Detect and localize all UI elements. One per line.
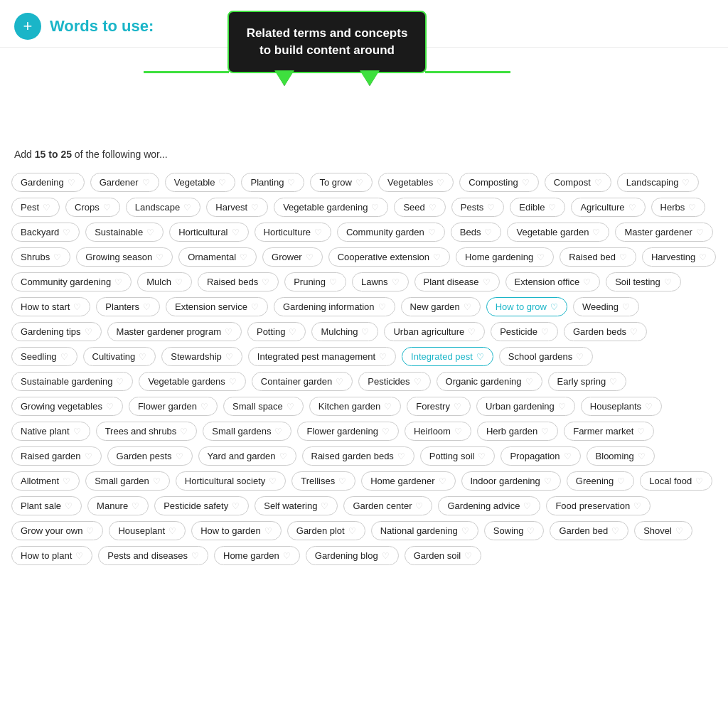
tag-item[interactable]: Gardening tips♡ xyxy=(11,322,102,341)
tag-item[interactable]: National gardening♡ xyxy=(371,521,478,540)
tag-item[interactable]: Garden pests♡ xyxy=(107,446,193,466)
tag-item[interactable]: Weeding♡ xyxy=(573,297,639,316)
tag-item[interactable]: How to start♡ xyxy=(11,297,90,316)
tag-item[interactable]: Garden bed♡ xyxy=(550,521,628,540)
tag-item[interactable]: Lawns♡ xyxy=(352,272,409,291)
tag-item[interactable]: Harvesting♡ xyxy=(642,247,716,267)
tag-item[interactable]: Small garden♡ xyxy=(85,471,170,491)
tag-item[interactable]: Edible♡ xyxy=(510,198,565,217)
tag-item[interactable]: Pest♡ xyxy=(11,198,60,217)
tag-item[interactable]: Pests and diseases♡ xyxy=(98,546,208,565)
tag-item[interactable]: Vegetables♡ xyxy=(378,173,454,192)
tag-item[interactable]: Seed♡ xyxy=(394,198,445,217)
tag-item[interactable]: Organic gardening♡ xyxy=(437,372,542,391)
tag-item[interactable]: Raised garden♡ xyxy=(11,446,102,466)
tag-item[interactable]: Raised bed♡ xyxy=(560,247,636,267)
tag-item[interactable]: Herb garden♡ xyxy=(477,422,558,441)
tag-item[interactable]: Pruning♡ xyxy=(284,272,346,291)
tag-item[interactable]: Blooming♡ xyxy=(587,446,655,466)
tag-item[interactable]: Potting soil♡ xyxy=(420,446,496,466)
tag-item[interactable]: Raised beds♡ xyxy=(198,272,279,291)
tag-item[interactable]: Gardening information♡ xyxy=(274,297,395,316)
tag-item[interactable]: Soil testing♡ xyxy=(606,272,681,291)
tag-item[interactable]: Allotment♡ xyxy=(11,471,80,491)
tag-item[interactable]: Seedling♡ xyxy=(11,347,77,366)
tag-item[interactable]: Pests♡ xyxy=(451,198,505,217)
tag-item[interactable]: Mulching♡ xyxy=(311,322,378,341)
tag-item[interactable]: Gardening♡ xyxy=(11,173,85,192)
tag-item[interactable]: Raised garden beds♡ xyxy=(302,446,414,466)
tag-item[interactable]: Sustainable gardening♡ xyxy=(11,372,133,391)
tag-item[interactable]: Vegetable gardens♡ xyxy=(139,372,245,391)
tag-item[interactable]: Compost♡ xyxy=(545,173,611,192)
tag-item[interactable]: Community garden♡ xyxy=(337,223,445,242)
tag-item[interactable]: Manure♡ xyxy=(87,496,149,515)
tag-item[interactable]: Mulch♡ xyxy=(137,272,192,291)
tag-item[interactable]: Urban gardening♡ xyxy=(476,397,575,416)
tag-item[interactable]: Plant disease♡ xyxy=(414,272,500,291)
tag-item[interactable]: Extension service♡ xyxy=(166,297,268,316)
tag-item[interactable]: Horticultural society♡ xyxy=(176,471,286,491)
tag-item[interactable]: Planting♡ xyxy=(241,173,304,192)
tag-item[interactable]: Garden plot♡ xyxy=(287,521,365,540)
tag-item[interactable]: Flower gardening♡ xyxy=(297,422,398,441)
tag-item[interactable]: Forestry♡ xyxy=(407,397,471,416)
tag-item[interactable]: Garden center♡ xyxy=(343,496,432,515)
tag-item[interactable]: Master gardener♡ xyxy=(615,223,712,242)
tag-item[interactable]: Planters♡ xyxy=(96,297,160,316)
tag-item[interactable]: Community gardening♡ xyxy=(11,272,132,291)
tag-item[interactable]: Growing vegetables♡ xyxy=(11,397,123,416)
plus-button[interactable]: + xyxy=(14,13,41,40)
tag-item[interactable]: Integrated pest management♡ xyxy=(248,347,396,366)
tag-item[interactable]: Stewardship♡ xyxy=(161,347,242,366)
tag-item[interactable]: Trees and shrubs♡ xyxy=(96,422,198,441)
tag-item[interactable]: Master gardener program♡ xyxy=(107,322,242,341)
tag-item[interactable]: Early spring♡ xyxy=(548,372,627,391)
tag-item[interactable]: Harvest♡ xyxy=(206,198,268,217)
tag-item[interactable]: Flower garden♡ xyxy=(129,397,218,416)
tag-item[interactable]: Agriculture♡ xyxy=(571,198,645,217)
tag-item[interactable]: Herbs♡ xyxy=(651,198,706,217)
tag-item[interactable]: Yard and garden♡ xyxy=(198,446,296,466)
tag-item[interactable]: Kitchen garden♡ xyxy=(309,397,401,416)
tag-item[interactable]: Extension office♡ xyxy=(505,272,601,291)
tag-item[interactable]: Local food♡ xyxy=(640,471,712,491)
tag-item[interactable]: Horticulture♡ xyxy=(255,223,331,242)
tag-item[interactable]: Greening♡ xyxy=(567,471,634,491)
tag-item[interactable]: How to garden♡ xyxy=(191,521,282,540)
tag-item[interactable]: Beds♡ xyxy=(451,223,502,242)
tag-item[interactable]: How to plant♡ xyxy=(11,546,92,565)
tag-item[interactable]: Sowing♡ xyxy=(484,521,545,540)
tag-item[interactable]: Landscape♡ xyxy=(126,198,201,217)
tag-item[interactable]: School gardens♡ xyxy=(499,347,593,366)
tag-item[interactable]: Landscaping♡ xyxy=(617,173,700,192)
tag-item[interactable]: Plant sale♡ xyxy=(11,496,82,515)
tag-item[interactable]: Potting♡ xyxy=(247,322,306,341)
tag-item[interactable]: Garden soil♡ xyxy=(405,546,481,565)
tag-item[interactable]: Trellises♡ xyxy=(291,471,355,491)
tag-item[interactable]: Ornamental♡ xyxy=(178,247,257,267)
tag-item[interactable]: Houseplant♡ xyxy=(109,521,186,540)
tag-item[interactable]: Backyard♡ xyxy=(11,223,80,242)
tag-item[interactable]: Container garden♡ xyxy=(252,372,353,391)
tag-item[interactable]: Home gardener♡ xyxy=(361,471,455,491)
tag-item[interactable]: Heirloom♡ xyxy=(405,422,471,441)
tag-item[interactable]: Indoor gardening♡ xyxy=(461,471,561,491)
tag-item[interactable]: Grower♡ xyxy=(262,247,323,267)
tag-item[interactable]: Native plant♡ xyxy=(11,422,90,441)
tag-item[interactable]: Propagation♡ xyxy=(500,446,580,466)
tag-item[interactable]: Pesticide safety♡ xyxy=(154,496,249,515)
tag-item[interactable]: Small space♡ xyxy=(223,397,304,416)
tag-item[interactable]: Gardening blog♡ xyxy=(306,546,399,565)
tag-item[interactable]: Growing season♡ xyxy=(76,247,173,267)
tag-item[interactable]: Houseplants♡ xyxy=(581,397,662,416)
tag-item[interactable]: Cooperative extension♡ xyxy=(328,247,450,267)
tag-item[interactable]: Shrubs♡ xyxy=(11,247,70,267)
tag-item[interactable]: Pesticides♡ xyxy=(358,372,430,391)
tag-item[interactable]: Vegetable garden♡ xyxy=(507,223,609,242)
tag-item[interactable]: Crops♡ xyxy=(65,198,120,217)
tag-item[interactable]: Vegetable♡ xyxy=(165,173,236,192)
tag-item[interactable]: Gardener♡ xyxy=(90,173,159,192)
tag-item[interactable]: Cultivating♡ xyxy=(83,347,156,366)
tag-item[interactable]: Sustainable♡ xyxy=(85,223,164,242)
